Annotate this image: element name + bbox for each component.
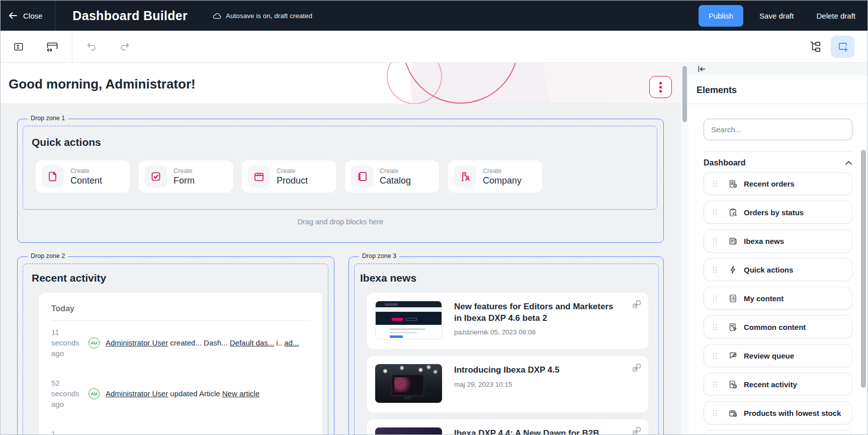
news-item[interactable]: New features for Editors and Marketers i…	[367, 293, 648, 349]
drop-zone-2: Drop zone 2 Recent activity Today 11 sec…	[17, 256, 334, 435]
create-product-card[interactable]: Create Product	[242, 160, 336, 193]
close-button[interactable]: Close	[9, 12, 42, 20]
element-my-content[interactable]: My content	[704, 287, 852, 310]
drag-handle-icon[interactable]	[713, 209, 717, 216]
open-external-button[interactable]	[632, 363, 642, 373]
drop-zone-3-label: Drop zone 3	[359, 252, 399, 259]
user-link[interactable]: Administrator User	[106, 389, 168, 398]
create-company-label: Company	[483, 176, 522, 186]
element-recent-activity[interactable]: Recent activity	[704, 373, 852, 396]
redo-button[interactable]	[119, 41, 131, 52]
element-orders-by-status[interactable]: Orders by status	[704, 201, 852, 224]
search-input[interactable]	[704, 119, 852, 140]
activity-entry: 11 seconds ago AU Administrator User cre…	[51, 327, 310, 359]
divider	[704, 151, 852, 152]
user-link[interactable]: Administrator User	[106, 338, 168, 347]
drag-handle-icon[interactable]	[713, 267, 717, 273]
news-item[interactable]: Introducing Ibexa DXP 4.5 maj 29, 2023 1…	[367, 356, 648, 412]
main-scrollbar[interactable]	[680, 63, 688, 435]
recent-activity-heading: Recent activity	[32, 272, 328, 284]
activity-timestamp: 52 seconds ago	[51, 378, 82, 409]
news-thumbnail	[375, 364, 442, 403]
activity-text: Administrator User created... Dash... De…	[106, 338, 299, 347]
autosave-label: Autosave is on, draft created	[226, 12, 312, 20]
workspace: Good morning, Administrator! Drop zone 1…	[1, 63, 867, 435]
autosave-status: Autosave is on, draft created	[213, 12, 312, 20]
element-quick-actions[interactable]: Quick actions	[704, 258, 852, 281]
content-link[interactable]: Default das...	[230, 338, 274, 347]
news-title: Ibexa DXP 4.4: A New Dawn for B2B Ecomme…	[454, 428, 623, 435]
open-external-button[interactable]	[632, 299, 642, 309]
scrollbar-thumb[interactable]	[682, 66, 687, 122]
toggle-left-panel-button[interactable]	[13, 41, 25, 52]
catalog-icon	[351, 165, 373, 188]
element-label: Quick actions	[744, 266, 793, 274]
element-ibexa-news[interactable]: Ibexa news	[704, 229, 852, 252]
content-link[interactable]: New article	[222, 389, 259, 398]
add-element-icon	[837, 41, 849, 53]
common-content-icon	[728, 322, 738, 332]
builder-toolbar	[1, 31, 867, 63]
drag-handle-icon[interactable]	[713, 381, 717, 388]
content-link[interactable]: ad...	[284, 338, 299, 347]
news-item[interactable]: Ibexa DXP 4.4: A New Dawn for B2B Ecomme…	[367, 419, 648, 435]
elements-heading: Elements	[688, 75, 867, 104]
publish-button[interactable]: Publish	[699, 5, 743, 27]
drop-zone-2-area[interactable]: Recent activity Today 11 seconds ago AU …	[23, 264, 328, 435]
element-partial[interactable]	[704, 430, 852, 435]
create-catalog-card[interactable]: Create Catalog	[345, 160, 439, 193]
quick-actions-heading: Quick actions	[32, 136, 657, 148]
create-content-card[interactable]: Create Content	[36, 160, 130, 193]
activity-entry: 52 seconds ago AU Administrator User upd…	[51, 378, 310, 409]
quick-actions-row: Create Content Create Form	[36, 160, 657, 193]
create-kicker: Create	[380, 167, 411, 175]
drop-zone-3-area[interactable]: Ibexa news New features for Editors and …	[354, 264, 659, 435]
drop-zone-1-area[interactable]: Quick actions Create Content	[23, 126, 657, 210]
element-recent-orders[interactable]: Recent orders	[704, 172, 852, 195]
my-content-icon	[728, 294, 738, 303]
delete-draft-button[interactable]: Delete draft	[816, 12, 855, 20]
form-icon	[145, 165, 167, 188]
canvas-content: Drop zone 1 Quick actions Create Content	[1, 104, 680, 435]
chevron-up-icon	[845, 160, 852, 165]
open-external-button[interactable]	[632, 426, 642, 435]
drag-handle-icon[interactable]	[713, 295, 717, 302]
drag-handle-icon[interactable]	[713, 238, 717, 244]
drag-handle-icon[interactable]	[713, 410, 717, 416]
save-draft-button[interactable]: Save draft	[759, 12, 794, 20]
recent-activity-card: Today 11 seconds ago AU Administrator Us…	[39, 293, 322, 435]
element-common-content[interactable]: Common content	[704, 315, 852, 338]
drag-handle-icon[interactable]	[713, 181, 717, 187]
avatar: AU	[89, 388, 100, 399]
topbar-divider	[55, 1, 55, 31]
create-kicker: Create	[277, 167, 308, 175]
dashboard-options-button[interactable]	[649, 76, 672, 98]
structure-tree-button[interactable]	[809, 40, 822, 53]
drop-zone-1-label: Drop zone 1	[28, 115, 68, 122]
dashboard-builder-app: Close Dashboard Builder Autosave is on, …	[0, 0, 868, 435]
add-element-button[interactable]	[831, 36, 854, 58]
sidebar-scrollbar-thumb[interactable]	[861, 150, 866, 388]
drag-handle-icon[interactable]	[713, 353, 717, 359]
create-company-card[interactable]: Create Company	[448, 160, 542, 193]
toolbar-right-group	[809, 36, 867, 58]
company-icon	[454, 165, 476, 188]
news-date: październik 05, 2023 08:08	[454, 328, 623, 336]
news-date: maj 29, 2023 10:15	[454, 381, 559, 388]
section-width-button[interactable]	[46, 41, 59, 53]
undo-button[interactable]	[85, 41, 98, 52]
external-link-icon	[632, 299, 642, 309]
elements-list: Recent orders Orders by status Ibexa new…	[704, 172, 852, 435]
element-review-queue[interactable]: Review queue	[704, 344, 852, 367]
create-content-label: Content	[70, 176, 102, 186]
avatar: AU	[89, 337, 100, 349]
collapse-panel-button[interactable]	[697, 65, 706, 73]
element-products-with-lowest-stock[interactable]: Products with lowest stock	[704, 401, 852, 424]
products-with-lowest-stock-icon	[728, 408, 738, 418]
create-form-card[interactable]: Create Form	[139, 160, 233, 193]
create-catalog-label: Catalog	[380, 176, 411, 186]
ibexa-news-heading: Ibexa news	[360, 272, 658, 284]
drag-handle-icon[interactable]	[713, 324, 717, 330]
activity-text: Administrator User updated Article New a…	[106, 389, 259, 398]
dashboard-section-toggle[interactable]: Dashboard	[704, 158, 852, 167]
